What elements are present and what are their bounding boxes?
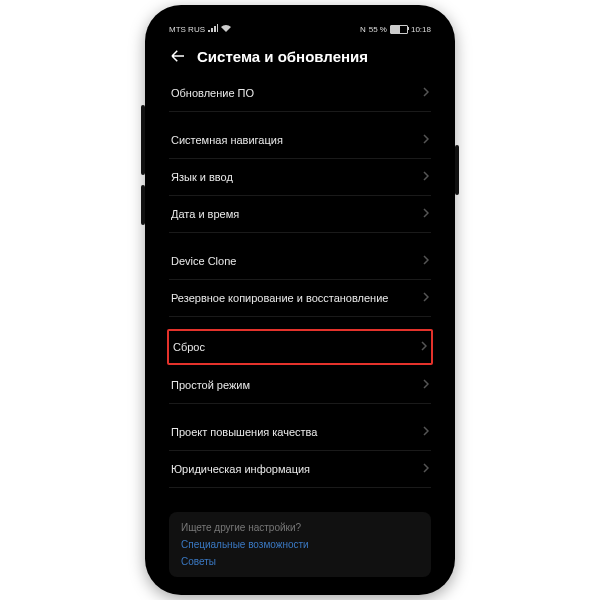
help-link-tips[interactable]: Советы (181, 556, 419, 567)
settings-row-label: Обновление ПО (171, 87, 254, 99)
settings-row[interactable]: Проект повышения качества (169, 414, 431, 451)
settings-row[interactable]: Резервное копирование и восстановление (169, 280, 431, 317)
phone-frame: MTS RUS N 55 % 10:18 Система и обновлени… (145, 5, 455, 595)
settings-row[interactable]: Язык и ввод (169, 159, 431, 196)
help-link-accessibility[interactable]: Специальные возможности (181, 539, 419, 550)
chevron-right-icon (423, 87, 429, 99)
side-button (141, 185, 145, 225)
section-gap (169, 233, 431, 243)
chevron-right-icon (423, 134, 429, 146)
settings-row-label: Системная навигация (171, 134, 283, 146)
settings-row[interactable]: Дата и время (169, 196, 431, 233)
clock: 10:18 (411, 25, 431, 34)
settings-row-label: Резервное копирование и восстановление (171, 292, 388, 304)
volume-button (141, 105, 145, 175)
wifi-icon (221, 24, 231, 34)
chevron-right-icon (423, 255, 429, 267)
settings-row[interactable]: Сброс (167, 329, 433, 365)
signal-icon (208, 24, 218, 34)
chevron-right-icon (421, 341, 427, 353)
battery-pct: 55 % (369, 25, 387, 34)
power-button (455, 145, 459, 195)
chevron-right-icon (423, 426, 429, 438)
settings-row-label: Device Clone (171, 255, 236, 267)
page-header: Система и обновления (155, 39, 445, 75)
carrier-label: MTS RUS (169, 25, 205, 34)
settings-row[interactable]: Системная навигация (169, 122, 431, 159)
section-gap (169, 317, 431, 327)
battery-icon (390, 25, 408, 34)
settings-row-label: Простой режим (171, 379, 250, 391)
nfc-icon: N (360, 25, 366, 34)
back-icon[interactable] (169, 47, 187, 65)
settings-list: Обновление ПОСистемная навигацияЯзык и в… (155, 75, 445, 504)
section-gap (169, 112, 431, 122)
settings-row-label: Сброс (173, 341, 205, 353)
status-bar: MTS RUS N 55 % 10:18 (155, 15, 445, 39)
help-prompt: Ищете другие настройки? (181, 522, 419, 533)
chevron-right-icon (423, 463, 429, 475)
page-title: Система и обновления (197, 48, 368, 65)
chevron-right-icon (423, 208, 429, 220)
settings-row[interactable]: Device Clone (169, 243, 431, 280)
settings-row[interactable]: Простой режим (169, 367, 431, 404)
help-card: Ищете другие настройки? Специальные возм… (169, 512, 431, 577)
settings-row-label: Язык и ввод (171, 171, 233, 183)
section-gap (169, 404, 431, 414)
settings-row[interactable]: Обновление ПО (169, 75, 431, 112)
settings-row[interactable]: Юридическая информация (169, 451, 431, 488)
chevron-right-icon (423, 292, 429, 304)
settings-row-label: Юридическая информация (171, 463, 310, 475)
chevron-right-icon (423, 171, 429, 183)
chevron-right-icon (423, 379, 429, 391)
screen: MTS RUS N 55 % 10:18 Система и обновлени… (155, 15, 445, 585)
settings-row-label: Дата и время (171, 208, 239, 220)
settings-row-label: Проект повышения качества (171, 426, 317, 438)
